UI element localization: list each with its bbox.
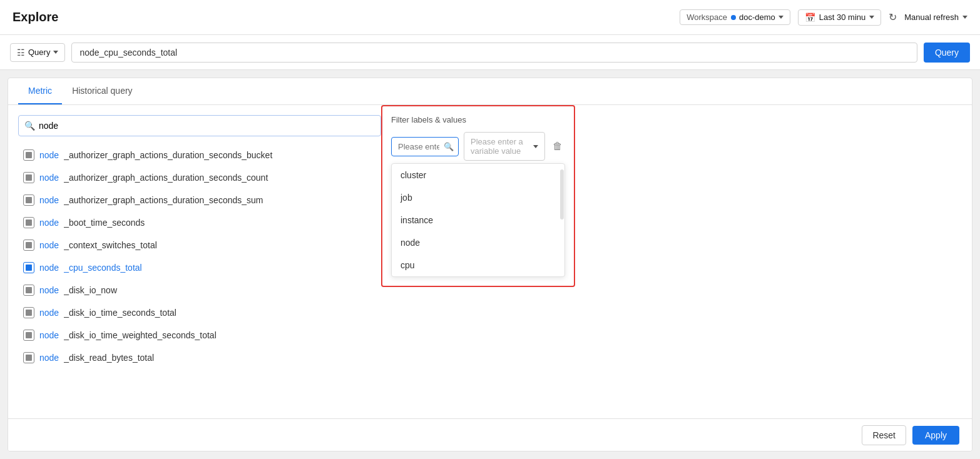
query-type-icon: ☷ xyxy=(17,48,25,58)
metric-prefix: node xyxy=(39,285,59,295)
query-run-button[interactable]: Query xyxy=(924,43,970,63)
refresh-button[interactable]: ↻ xyxy=(889,11,897,23)
time-range-selector[interactable]: 📅 Last 30 minu xyxy=(798,9,881,26)
metric-prefix: node xyxy=(39,150,59,160)
main-panel: Metric Historical query 🔍 node_authorize… xyxy=(8,78,972,451)
topbar: Explore Workspace doc-demo 📅 Last 30 min… xyxy=(0,0,980,35)
query-type-button[interactable]: ☷ Query xyxy=(10,43,65,62)
filter-name-wrapper: 🔍 xyxy=(391,137,459,156)
metric-rest: _disk_io_time_seconds_total xyxy=(64,308,176,318)
manual-refresh-chevron-icon xyxy=(962,16,967,19)
topbar-controls: Workspace doc-demo 📅 Last 30 minu ↻ Manu… xyxy=(680,9,967,26)
filter-value-select[interactable]: Please enter a variable value xyxy=(464,132,545,161)
apply-button[interactable]: Apply xyxy=(912,426,959,445)
filter-panel: Filter labels & values 🔍 Please enter a … xyxy=(381,105,575,287)
query-type-chevron-icon xyxy=(53,51,58,54)
filter-option-cluster[interactable]: cluster xyxy=(392,164,564,186)
filter-value-chevron-icon xyxy=(533,145,538,148)
metric-icon xyxy=(23,285,34,296)
metric-item[interactable]: node_context_switches_total xyxy=(18,234,381,256)
metric-search-input[interactable] xyxy=(18,115,381,136)
metric-icon-selected xyxy=(23,262,34,273)
manual-refresh-selector[interactable]: Manual refresh xyxy=(904,13,967,22)
filter-option-instance[interactable]: instance xyxy=(392,209,564,231)
metric-prefix: node xyxy=(39,195,59,205)
workspace-selector[interactable]: Workspace doc-demo xyxy=(680,9,790,25)
filter-option-cpu[interactable]: cpu xyxy=(392,254,564,276)
metric-icon xyxy=(23,307,34,318)
metric-item[interactable]: node_disk_read_bytes_total xyxy=(18,346,381,369)
workspace-chevron-icon xyxy=(778,16,783,19)
filter-option-job[interactable]: job xyxy=(392,186,564,209)
metric-item[interactable]: node_disk_io_time_weighted_seconds_total xyxy=(18,324,381,346)
query-input[interactable] xyxy=(71,43,917,63)
metric-prefix: node xyxy=(39,218,59,228)
metric-rest: _disk_io_time_weighted_seconds_total xyxy=(64,330,217,340)
metric-item[interactable]: node_authorizer_graph_actions_duration_s… xyxy=(18,166,381,189)
metric-icon xyxy=(23,149,34,161)
filter-title: Filter labels & values xyxy=(391,115,565,124)
filter-dropdown: cluster job instance node cpu xyxy=(391,163,565,277)
metric-prefix-selected: node xyxy=(39,263,59,273)
metric-item[interactable]: node_disk_io_time_seconds_total xyxy=(18,301,381,324)
metric-item[interactable]: node_boot_time_seconds xyxy=(18,211,381,234)
reset-button[interactable]: Reset xyxy=(862,425,906,445)
metric-prefix: node xyxy=(39,353,59,363)
metric-rest: _boot_time_seconds xyxy=(64,218,145,228)
metric-rest: _authorizer_graph_actions_duration_secon… xyxy=(64,195,263,205)
filter-delete-button[interactable]: 🗑 xyxy=(550,138,565,154)
metric-icon xyxy=(23,217,34,228)
metric-list: node_authorizer_graph_actions_duration_s… xyxy=(18,144,381,408)
bottom-bar: Reset Apply xyxy=(8,418,972,451)
metric-rest: _authorizer_graph_actions_duration_secon… xyxy=(64,173,268,183)
querybar: ☷ Query Query xyxy=(0,35,980,70)
metric-search-icon: 🔍 xyxy=(24,121,35,131)
metric-rest-selected: _cpu_seconds_total xyxy=(64,263,142,273)
time-range-value: Last 30 minu xyxy=(819,13,865,22)
workspace-value-text: doc-demo xyxy=(739,13,775,22)
metric-rest: _context_switches_total xyxy=(64,240,157,250)
tab-historical-query[interactable]: Historical query xyxy=(62,78,142,105)
metric-search-wrapper: 🔍 xyxy=(18,115,381,136)
filter-option-node[interactable]: node xyxy=(392,231,564,254)
refresh-icon: ↻ xyxy=(889,11,897,23)
metric-prefix: node xyxy=(39,308,59,318)
metric-item-selected[interactable]: node_cpu_seconds_total xyxy=(18,256,381,279)
metric-rest: _disk_read_bytes_total xyxy=(64,353,154,363)
metric-icon xyxy=(23,352,34,363)
workspace-value-container: doc-demo xyxy=(731,13,783,22)
metric-rest: _authorizer_graph_actions_duration_secon… xyxy=(64,150,272,160)
metric-rest: _disk_io_now xyxy=(64,285,117,295)
metric-item[interactable]: node_authorizer_graph_actions_duration_s… xyxy=(18,189,381,211)
metric-prefix: node xyxy=(39,240,59,250)
metric-prefix: node xyxy=(39,330,59,340)
dropdown-scrollbar[interactable] xyxy=(560,169,564,219)
tab-metric[interactable]: Metric xyxy=(18,78,62,104)
filter-dropdown-container: cluster job instance node cpu xyxy=(391,163,565,277)
manual-refresh-label: Manual refresh xyxy=(904,13,959,22)
filter-name-search-icon: 🔍 xyxy=(444,142,454,151)
metric-prefix: node xyxy=(39,173,59,183)
query-type-label: Query xyxy=(28,48,50,57)
time-range-icon: 📅 xyxy=(805,13,815,23)
workspace-label: Workspace xyxy=(687,13,727,22)
metric-item[interactable]: node_authorizer_graph_actions_duration_s… xyxy=(18,144,381,166)
time-range-chevron-icon xyxy=(869,16,874,19)
filter-input-row: 🔍 Please enter a variable value 🗑 xyxy=(391,132,565,161)
metric-icon xyxy=(23,172,34,183)
metric-item[interactable]: node_disk_io_now xyxy=(18,279,381,301)
app-title: Explore xyxy=(13,10,58,24)
metric-icon xyxy=(23,240,34,251)
content-area: 🔍 node_authorizer_graph_actions_duration… xyxy=(8,105,972,418)
metric-icon xyxy=(23,330,34,341)
filter-value-placeholder: Please enter a variable value xyxy=(471,137,533,156)
workspace-dot-icon xyxy=(731,15,736,20)
tabs-container: Metric Historical query xyxy=(8,78,972,105)
metric-icon xyxy=(23,194,34,206)
metric-panel: 🔍 node_authorizer_graph_actions_duration… xyxy=(18,115,381,408)
